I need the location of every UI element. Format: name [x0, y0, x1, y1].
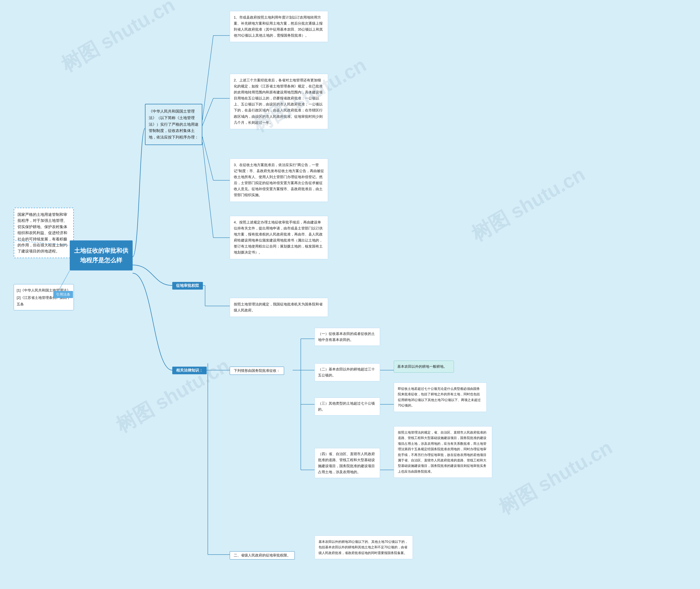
right-text-3: 3、在征收土地方案批准后，依法应实行"两公告，一登记"制度：市、县政府先发布征收… [230, 159, 328, 202]
gr1-box: 基本农田以外的耕地一般耕地。 [394, 361, 454, 373]
watermark-3: 树图 shutu.cn [467, 161, 590, 247]
svg-line-6 [202, 99, 213, 126]
watermark-1: 树图 shutu.cn [56, 0, 180, 78]
guowuyuan-item-4: （四）省、自治区、直辖市人民政府批准的道路、管线工程和大型基础设施建设项目，国务… [314, 448, 380, 478]
gr3-box: 按照土地管理法的规定，省、自治区、直辖市人民政府批准的道路、管线工程和大型基础设… [394, 426, 492, 478]
citation-label: 引用法条 [53, 291, 73, 298]
law-text: 《中华人民共和国国土管理法》（以下简称《土地管理法》）实行了严格的土地用途管制制… [149, 109, 198, 139]
xiangguan-label: 相关法律知识： [172, 367, 207, 374]
shengjiji-text: 基本农田以外的耕地35公顷以下的、其他土地70公顷以下的，包括基本农田以外的耕地… [314, 536, 413, 559]
law-box: 《中华人民共和国国土管理法》（以下简称《土地管理法》）实行了严格的土地用途管制制… [145, 104, 202, 145]
guowuyuan-item-1: （一）征收基本农田的或者征收的土地中含有基本农田的。 [314, 328, 380, 346]
central-title: 土地征收的审批和供地程序是怎么样 [74, 247, 128, 264]
shengjiji-label: 二、省级人民政府的征地审批权限。 [230, 551, 295, 560]
right-text-2: 2、上述三个方案经批准后，各省对土地管理还有更加细化的规定，如按《江苏省土地管理… [230, 74, 328, 129]
mindmap-container: 树图 shutu.cn 树图 shutu.cn 树图 shutu.cn 树图 s… [0, 0, 700, 589]
right-text-4: 4、按照上述规定办理土地征收审批手续后，再由建设单位持有关文件，提出用地申请，由… [230, 216, 328, 259]
guowuyuan-label: 下列情形由国务院批准征收： [230, 367, 284, 375]
left-description-box: 国家严格的土地用途管制和审批程序，对于加强土地管理、切实保护耕地、保护农村集体组… [14, 208, 74, 258]
right-text-1: 1、市或县政府按照土地利用年度计划以订农用地转用方案、补充耕地方案和征用土地方案… [230, 11, 328, 42]
guowuyuan-item-2: （二）基本农田以外的耕地超过三十五公顷的。 [314, 363, 380, 381]
central-node: 土地征收的审批和供地程序是怎么样 [70, 240, 133, 270]
watermark-4: 树图 shutu.cn [111, 352, 234, 438]
guowuyuan-item-3: （三）其他类型的土地超过七十公顷的。 [314, 397, 380, 415]
left-description-text: 国家严格的土地用途管制和审批程序，对于加强土地管理、切实保护耕地、保护农村集体组… [17, 212, 67, 253]
svg-line-10 [202, 142, 213, 238]
gr2-box: 即征收土地若超过七十公顷无论是什么类型都必须由国务院来批准征收，包括了耕地之外的… [394, 382, 487, 412]
zhengdi-label: 征地审批权限 [172, 282, 203, 289]
watermark-5: 树图 shutu.cn [494, 434, 617, 521]
zhengdi-sub-text: 按照土地管理法的规定，我国征地批准机关为国务院和省级人民政府。 [230, 298, 328, 317]
connector-lines [0, 0, 700, 589]
svg-line-4 [202, 35, 213, 120]
svg-line-8 [202, 137, 213, 180]
